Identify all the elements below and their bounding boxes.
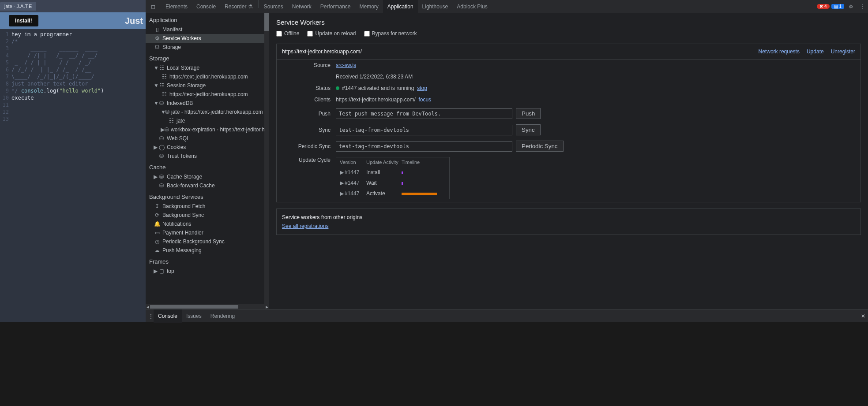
devtools-tab-console[interactable]: Console <box>192 0 220 13</box>
code-line[interactable]: 7\____/ /_/|_|/_/(_)/____/ <box>0 73 146 80</box>
app-header: Install! Just <box>0 12 146 29</box>
sidebar-item-websql[interactable]: ⛁Web SQL <box>146 134 264 143</box>
other-origins-block: Service workers from other origins See a… <box>276 209 691 235</box>
periodic-sync-input[interactable] <box>336 141 512 152</box>
label-periodic-sync: Periodic Sync <box>282 143 331 149</box>
code-editor[interactable]: 1hey im a programmer2/*3 _____ ______ __… <box>0 29 146 322</box>
sidebar-item-cache-storage[interactable]: ▶⛁Cache Storage <box>146 172 264 181</box>
devtools-tab-lighthouse[interactable]: Lighthouse <box>418 0 453 13</box>
service-workers-panel: Service Workers Offline Update on reload… <box>269 13 691 309</box>
opt-bypass-for-network[interactable]: Bypass for network <box>364 30 417 37</box>
database-icon: ⛁ <box>154 44 161 50</box>
sidebar-item-idb-jate[interactable]: ▼⛁jate - https://text-jeditor.herokuapp.… <box>146 108 264 116</box>
sidebar-item-frame-top[interactable]: ▶▢top <box>146 267 264 276</box>
inspect-icon[interactable]: ◻ <box>147 4 159 10</box>
sidebar-item-bf-cache[interactable]: ⛁Back-forward Cache <box>146 181 264 190</box>
devtools-tab-sources[interactable]: Sources <box>259 0 288 13</box>
cycle-row[interactable]: ▶#1447Activate <box>336 188 449 199</box>
code-line[interactable]: 10execute <box>0 94 146 101</box>
devtools-tab-adblock-plus[interactable]: Adblock Plus <box>452 0 492 13</box>
app-window: jate - J.A.T.E Install! Just 1hey im a p… <box>0 0 146 322</box>
code-line[interactable]: 5 _ / / | | / / / _/ <box>0 59 146 66</box>
drawer-tab-console[interactable]: Console <box>154 309 182 323</box>
code-line[interactable]: 13 <box>0 115 146 123</box>
sidebar-item-bg-sync[interactable]: ⟳Background Sync <box>146 211 264 220</box>
drawer-more-icon[interactable]: ⋮ <box>148 313 154 319</box>
push-input[interactable] <box>336 108 512 119</box>
label-source: Source <box>282 62 331 68</box>
sidebar-item-local-storage-origin[interactable]: ☷https://text-jeditor.herokuapp.com <box>146 72 264 81</box>
sidebar-item-push-messaging[interactable]: ☁Push Messaging <box>146 246 264 255</box>
link-focus[interactable]: focus <box>418 97 431 103</box>
code-line[interactable]: 1hey im a programmer <box>0 31 146 38</box>
database-icon: ⛁ <box>158 174 165 180</box>
sidebar-item-manifest[interactable]: ▯Manifest <box>146 25 264 34</box>
devtools-tab-application[interactable]: Application <box>383 0 418 13</box>
code-line[interactable]: 9*/ console.log("hello world") <box>0 87 146 94</box>
sidebar-item-idb-workbox[interactable]: ▶⛁workbox-expiration - https://text-jedi… <box>146 125 264 134</box>
sidebar-item-session-storage[interactable]: ▼☷Session Storage <box>146 81 264 90</box>
database-icon: ⛁ <box>158 135 165 142</box>
app-title: Just <box>125 12 146 29</box>
sidebar-item-trust-tokens[interactable]: ⛁Trust Tokens <box>146 152 264 160</box>
sw-client: https://text-jeditor.herokuapp.com/ <box>336 97 416 103</box>
link-stop[interactable]: stop <box>417 85 427 91</box>
label-push: Push <box>282 111 331 117</box>
push-button[interactable]: Push <box>516 108 541 119</box>
sidebar-scrollbar[interactable] <box>264 13 269 304</box>
label-status: Status <box>282 85 331 91</box>
database-icon: ⛁ <box>158 100 165 106</box>
sidebar-group-bg-services: Background Services <box>146 190 264 202</box>
cycle-row[interactable]: ▶#1447Install <box>336 167 449 178</box>
sync-input[interactable] <box>336 125 512 135</box>
drawer-tab-rendering[interactable]: Rendering <box>206 309 239 323</box>
sidebar-item-idb-jate-store[interactable]: ☷jate <box>146 116 264 125</box>
bell-icon: 🔔 <box>154 221 161 227</box>
sync-icon: ⟳ <box>154 212 161 218</box>
opt-offline[interactable]: Offline <box>276 30 299 37</box>
devtools-tab-network[interactable]: Network <box>288 0 316 13</box>
devtools-tab-performance[interactable]: Performance <box>316 0 355 13</box>
database-icon: ⛁ <box>158 153 165 159</box>
sw-source-link[interactable]: src-sw.js <box>336 62 356 68</box>
install-button[interactable]: Install! <box>9 15 38 26</box>
devtools-tab-memory[interactable]: Memory <box>355 0 383 13</box>
sync-button[interactable]: Sync <box>516 124 541 135</box>
sidebar-item-storage[interactable]: ⛁Storage <box>146 43 264 52</box>
code-line[interactable]: 8just another text editor <box>0 80 146 87</box>
periodic-sync-button[interactable]: Periodic Sync <box>516 141 564 152</box>
devtools-tab-recorder-[interactable]: Recorder ⚗ <box>220 0 257 13</box>
sidebar-item-session-storage-origin[interactable]: ☷https://text-jeditor.herokuapp.com <box>146 90 264 99</box>
code-line[interactable]: 6/ /_/ / | |_ / /_ / /__ <box>0 66 146 73</box>
sidebar-item-bg-fetch[interactable]: ↧Background Fetch <box>146 202 264 211</box>
sidebar-item-indexeddb[interactable]: ▼⛁IndexedDB <box>146 99 264 108</box>
panel-title: Service Workers <box>276 19 691 26</box>
code-line[interactable]: 4 / /| | /_ __/ / __/ <box>0 52 146 59</box>
sidebar-item-notifications[interactable]: 🔔Notifications <box>146 220 264 228</box>
sidebar-h-scrollbar[interactable]: ◂▸ <box>146 304 269 309</box>
application-sidebar[interactable]: Application ▯Manifest ⚙Service Workers ⛁… <box>146 13 264 304</box>
devtools-tab-elements[interactable]: Elements <box>161 0 192 13</box>
drawer-tab-issues[interactable]: Issues <box>182 309 206 323</box>
link-see-all-registrations[interactable]: See all registrations <box>282 223 691 229</box>
status-dot-icon <box>336 86 339 90</box>
database-icon: ⛁ <box>165 109 169 115</box>
file-icon: ▯ <box>154 26 161 33</box>
sidebar-item-service-workers[interactable]: ⚙Service Workers <box>146 34 264 43</box>
code-line[interactable]: 11 <box>0 101 146 108</box>
code-line[interactable]: 2/* <box>0 38 146 45</box>
label-clients: Clients <box>282 97 331 103</box>
opt-update-on-reload[interactable]: Update on reload <box>307 30 356 37</box>
sidebar-group-storage: Storage <box>146 52 264 63</box>
code-line[interactable]: 3 _____ ______ ____ <box>0 45 146 52</box>
fetch-icon: ↧ <box>154 203 161 209</box>
code-line[interactable]: 12 <box>0 108 146 115</box>
cycle-row[interactable]: ▶#1447Wait <box>336 178 449 188</box>
database-icon: ⛁ <box>158 183 165 189</box>
sidebar-item-cookies[interactable]: ▶◯Cookies <box>146 143 264 152</box>
sidebar-item-payment[interactable]: ▭Payment Handler <box>146 228 264 237</box>
table-icon: ☷ <box>161 91 168 97</box>
browser-tab[interactable]: jate - J.A.T.E <box>0 2 36 11</box>
sidebar-item-local-storage[interactable]: ▼☷Local Storage <box>146 63 264 72</box>
sidebar-item-periodic-bg-sync[interactable]: ◷Periodic Background Sync <box>146 237 264 246</box>
